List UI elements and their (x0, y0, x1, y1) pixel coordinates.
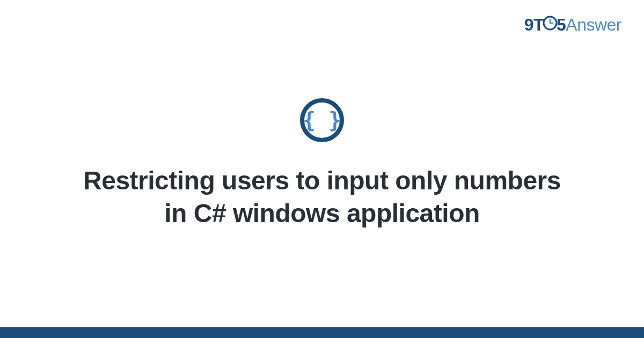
page-title: Restricting users to input only numbers … (80, 164, 564, 230)
footer-bar (0, 327, 644, 338)
main-content: { } Restricting users to input only numb… (0, 0, 644, 327)
svg-text:{ }: { } (303, 108, 341, 133)
code-braces-icon: { } (299, 98, 345, 145)
